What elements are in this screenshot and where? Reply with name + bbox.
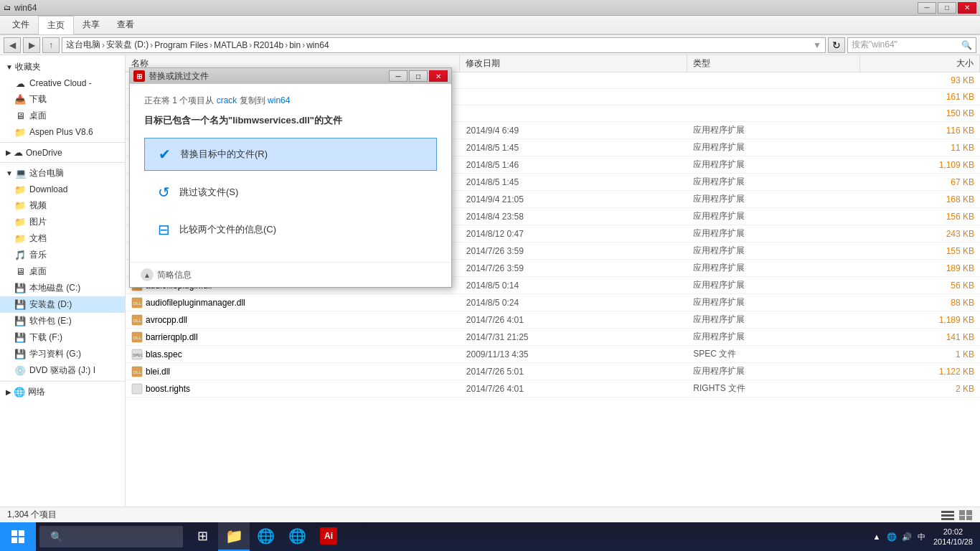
compare-option[interactable]: ⊟ 比较两个文件的信息(C) bbox=[144, 214, 437, 245]
skip-option-label: 跳过该文件(S) bbox=[179, 186, 426, 199]
svg-rect-47 bbox=[19, 537, 24, 543]
dest-link[interactable]: win64 bbox=[268, 95, 290, 105]
dialog-maximize-button[interactable]: □ bbox=[409, 70, 428, 82]
dialog-title: 替换或跳过文件 bbox=[149, 70, 209, 83]
clock-time: 20:02 bbox=[933, 527, 973, 537]
start-button[interactable] bbox=[0, 522, 36, 551]
task-view-icon: ⊞ bbox=[194, 527, 211, 545]
dialog-titlebar-controls: ─ □ ✕ bbox=[389, 70, 448, 82]
taskbar-search-icon: 🔍 bbox=[50, 531, 62, 542]
skip-icon: ↺ bbox=[155, 184, 172, 201]
taskbar-right: ▲ 🌐 🔊 中 20:02 2014/10/28 bbox=[871, 527, 980, 547]
info-prefix: 正在将 1 个项目从 bbox=[144, 95, 217, 105]
checkmark-icon: ✔ bbox=[156, 146, 173, 163]
svg-rect-44 bbox=[11, 530, 17, 536]
taskbar-app-3[interactable]: 🌐 bbox=[281, 522, 313, 551]
windows-logo-icon bbox=[11, 529, 25, 544]
taskbar-app-adobe[interactable]: Ai bbox=[313, 522, 344, 551]
dialog-overlay: ⊞ 替换或跳过文件 ─ □ ✕ 正在将 1 个项目从 crack 复制到 win… bbox=[0, 0, 980, 551]
dialog-minimize-button[interactable]: ─ bbox=[389, 70, 407, 82]
collapse-icon: ▲ bbox=[141, 268, 154, 281]
dialog-close-button[interactable]: ✕ bbox=[429, 70, 448, 82]
dialog-filename: 目标已包含一个名为"libmwservices.dll"的文件 bbox=[144, 114, 437, 127]
taskbar-clock[interactable]: 20:02 2014/10/28 bbox=[933, 527, 973, 547]
taskbar-search-box[interactable]: 🔍 bbox=[39, 526, 183, 547]
desktop: 🗂 win64 ─ □ ✕ 文件 主页 共享 查看 ◀ ▶ ↑ bbox=[0, 0, 980, 551]
clock-date: 2014/10/28 bbox=[933, 537, 973, 547]
ie-icon: 🌐 bbox=[257, 527, 274, 545]
replace-option[interactable]: ✔ 替换目标中的文件(R) bbox=[144, 138, 437, 171]
dialog-app-icon: ⊞ bbox=[133, 70, 145, 82]
ime-icon[interactable]: 中 bbox=[916, 531, 928, 542]
source-link[interactable]: crack bbox=[217, 95, 237, 105]
explorer-icon: 📁 bbox=[225, 527, 242, 545]
taskbar-apps: ⊞ 📁 🌐 🌐 Ai bbox=[187, 522, 344, 551]
svg-rect-45 bbox=[19, 530, 24, 536]
replace-option-label: 替换目标中的文件(R) bbox=[180, 148, 425, 161]
compare-option-label: 比较两个文件的信息(C) bbox=[179, 223, 426, 236]
dialog-footer: ▲ 简略信息 bbox=[130, 262, 451, 287]
dialog-body: 正在将 1 个项目从 crack 复制到 win64 目标已包含一个名为"lib… bbox=[130, 84, 451, 262]
system-tray: ▲ 🌐 🔊 中 bbox=[871, 531, 928, 542]
volume-icon[interactable]: 🔊 bbox=[901, 531, 913, 542]
taskbar-app-explorer[interactable]: 📁 bbox=[218, 522, 250, 551]
taskbar-app-task-view[interactable]: ⊞ bbox=[187, 522, 218, 551]
dialog-titlebar: ⊞ 替换或跳过文件 ─ □ ✕ bbox=[130, 68, 451, 84]
replace-dialog: ⊞ 替换或跳过文件 ─ □ ✕ 正在将 1 个项目从 crack 复制到 win… bbox=[129, 67, 452, 288]
taskbar: 🔍 ⊞ 📁 🌐 🌐 Ai ▲ 🌐 🔊 中 bbox=[0, 522, 980, 551]
network-tray-icon[interactable]: 🌐 bbox=[886, 531, 897, 542]
adobe-icon: Ai bbox=[320, 527, 337, 545]
tray-expand-icon[interactable]: ▲ bbox=[871, 531, 882, 542]
skip-option[interactable]: ↺ 跳过该文件(S) bbox=[144, 176, 437, 208]
collapse-label: 简略信息 bbox=[157, 269, 192, 281]
compare-icon: ⊟ bbox=[155, 221, 172, 238]
app3-icon: 🌐 bbox=[288, 527, 306, 545]
svg-rect-46 bbox=[11, 537, 17, 543]
taskbar-app-ie[interactable]: 🌐 bbox=[250, 522, 281, 551]
info-middle: 复制到 bbox=[240, 95, 268, 105]
dialog-info-text: 正在将 1 个项目从 crack 复制到 win64 bbox=[144, 95, 437, 107]
collapse-button[interactable]: ▲ 简略信息 bbox=[141, 268, 192, 281]
